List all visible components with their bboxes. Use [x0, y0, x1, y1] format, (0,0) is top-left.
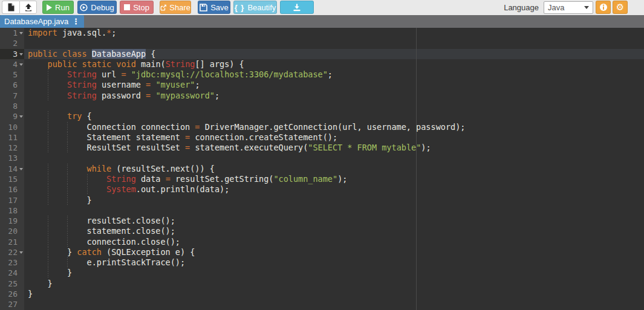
indent	[28, 184, 48, 194]
code-line[interactable]: 27	[0, 299, 644, 309]
new-file-button[interactable]	[2, 1, 19, 14]
stop-button[interactable]: Stop	[120, 1, 154, 14]
code-line[interactable]: 26}	[0, 289, 644, 299]
code-token: ;	[215, 91, 220, 100]
code-line[interactable]: 8	[0, 101, 644, 111]
code-line-text: statement.close();	[24, 226, 644, 236]
code-line[interactable]: 16 System.out.println(data);	[0, 184, 644, 195]
code-token: connection.createStatement();	[190, 132, 337, 142]
indent	[28, 69, 48, 79]
code-line[interactable]: 18	[0, 205, 644, 216]
line-number: 16	[0, 184, 24, 195]
open-file-button[interactable]	[19, 1, 37, 14]
save-button[interactable]: Save	[198, 1, 230, 14]
code-line[interactable]: 9 try {	[0, 111, 644, 121]
code-line[interactable]: 5 String url = "jdbc:mysql://localhost:3…	[0, 69, 644, 80]
code-token	[126, 69, 131, 79]
code-token: public	[48, 59, 77, 69]
fold-toggle-icon[interactable]	[19, 63, 23, 66]
code-token: }	[67, 268, 72, 277]
indent	[28, 111, 48, 121]
code-line[interactable]: 10 Connection connection = DriverManager…	[0, 122, 644, 132]
code-line[interactable]: 2	[0, 38, 644, 48]
code-line[interactable]: 23 e.printStackTrace();	[0, 257, 644, 268]
code-line-text: ResultSet resultSet = statement.executeQ…	[24, 143, 644, 153]
code-token: String	[106, 174, 136, 184]
indent-guide	[48, 80, 68, 89]
line-number: 20	[0, 226, 24, 236]
indent-guide	[67, 195, 87, 205]
indent-guide	[67, 184, 87, 194]
share-button[interactable]: Share	[160, 1, 191, 14]
debug-button[interactable]: Debug	[77, 1, 117, 14]
code-line[interactable]: 15 String data = resultSet.getString("co…	[0, 174, 644, 184]
code-token: .out.println(data);	[136, 184, 229, 194]
line-number: 12	[0, 143, 24, 153]
code-line-text: String password = "mypassword";	[24, 91, 644, 101]
indent-guide	[48, 164, 68, 173]
code-line[interactable]: 21 connection.close();	[0, 237, 644, 247]
code-line[interactable]: 17 }	[0, 195, 644, 205]
line-number: 26	[0, 289, 24, 299]
code-token: public	[28, 49, 57, 59]
code-token: ;	[328, 69, 333, 79]
indent	[28, 132, 48, 142]
code-line[interactable]: 11 Statement statement = connection.crea…	[0, 132, 644, 143]
language-select[interactable]: Java	[544, 1, 593, 14]
line-number: 11	[0, 132, 24, 143]
code-line[interactable]: 3public class DatabaseApp {	[0, 49, 644, 59]
code-line[interactable]: 12 ResultSet resultSet = statement.execu…	[0, 143, 644, 153]
indent-guide	[48, 122, 68, 132]
tab-menu-icon[interactable]: ⋮	[72, 17, 80, 26]
fold-toggle-icon[interactable]	[19, 32, 23, 34]
line-number: 24	[0, 268, 24, 278]
line-number: 2	[0, 38, 24, 48]
code-token: Connection connection	[87, 122, 195, 132]
code-line-text: }	[24, 195, 644, 205]
info-button[interactable]	[596, 1, 611, 14]
run-button[interactable]: Run	[42, 1, 74, 14]
code-line-text	[24, 205, 644, 216]
code-token: System	[106, 184, 136, 194]
fold-toggle-icon[interactable]	[19, 168, 23, 170]
info-icon	[599, 3, 608, 11]
code-line[interactable]: 13	[0, 153, 644, 163]
code-line-text: public class DatabaseApp {	[24, 49, 644, 59]
code-line[interactable]: 22 } catch (SQLException e) {	[0, 247, 644, 257]
code-line[interactable]: 14 while (resultSet.next()) {	[0, 164, 644, 174]
code-line[interactable]: 7 String password = "mypassword";	[0, 91, 644, 101]
beautify-label: Beautify	[247, 3, 276, 12]
code-token: "SELECT * FROM mytable"	[308, 143, 421, 152]
gear-icon: ⚙	[616, 3, 624, 12]
line-number: 15	[0, 174, 24, 184]
indent-guide	[67, 226, 87, 236]
indent	[28, 279, 48, 288]
code-line[interactable]: 19 resultSet.close();	[0, 216, 644, 226]
indent-guide	[48, 247, 68, 257]
line-number: 10	[0, 122, 24, 132]
indent-guide	[48, 143, 68, 152]
code-token	[57, 49, 62, 59]
fold-toggle-icon[interactable]	[19, 251, 23, 254]
code-line[interactable]: 25 }	[0, 279, 644, 289]
download-button[interactable]	[280, 1, 314, 14]
code-line[interactable]: 1import java.sql.*;	[0, 28, 644, 38]
tab-databaseapp-java[interactable]: DatabaseApp.java ⋮	[0, 15, 84, 28]
fold-toggle-icon[interactable]	[19, 53, 23, 56]
settings-button[interactable]: ⚙	[613, 1, 628, 14]
line-number: 4	[0, 59, 24, 69]
stop-icon	[124, 4, 130, 10]
code-line[interactable]: 4 public static void main(String[] args)…	[0, 59, 644, 69]
code-line[interactable]: 20 statement.close();	[0, 226, 644, 236]
code-line-text: Connection connection = DriverManager.ge…	[24, 122, 644, 132]
fold-toggle-icon[interactable]	[19, 115, 23, 118]
line-number: 19	[0, 216, 24, 226]
beautify-button[interactable]: { } Beautify	[233, 1, 277, 14]
code-line[interactable]: 24 }	[0, 268, 644, 278]
code-editor[interactable]: 1import java.sql.*;23public class Databa…	[0, 28, 644, 310]
code-token: =	[146, 80, 151, 89]
code-line-text: }	[24, 289, 644, 299]
save-label: Save	[210, 3, 229, 12]
code-token: {	[82, 111, 91, 121]
code-line[interactable]: 6 String username = "myuser";	[0, 80, 644, 90]
